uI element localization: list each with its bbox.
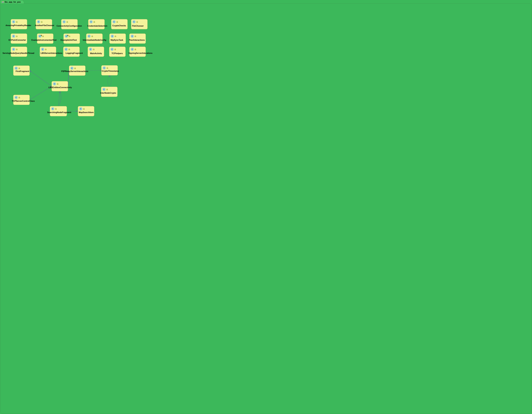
dependency-arrow xyxy=(68,71,69,86)
class-node-ExampleUnitTest[interactable]: CExampleUnitTest xyxy=(64,34,80,44)
class-node-LBSEntitiesConnectivity[interactable]: CLBSEntitiesConnectivity xyxy=(52,81,68,91)
class-label: CryptoChecks xyxy=(112,25,126,27)
class-label: CryptoTimestamp xyxy=(102,70,119,72)
svg-rect-16 xyxy=(93,49,94,50)
class-label: ConnectivityConfiguration xyxy=(57,25,82,27)
package-tab[interactable]: lbs_app_for_poc xyxy=(0,0,24,4)
class-label: TCPhelpers xyxy=(112,52,123,55)
class-icon: C xyxy=(131,48,134,51)
class-icon: C xyxy=(79,107,82,110)
class-node-PeerInteractions[interactable]: CPeerInteractions xyxy=(129,34,146,44)
class-label: InterNodeCrypto xyxy=(100,92,116,94)
class-node-IntermediateNodeConfig[interactable]: CIntermediateNodeConfig xyxy=(86,34,103,44)
dependency-arrow xyxy=(30,71,52,86)
svg-rect-4 xyxy=(94,22,95,23)
svg-rect-14 xyxy=(45,49,47,50)
class-node-P2PRelayServerInteractions[interactable]: CP2PRelayServerInteractions xyxy=(69,65,86,76)
class-node-ServingNodeQueryHandleThread[interactable]: CServingNodeQueryHandleThread xyxy=(11,47,27,57)
class-node-AmazingPrivateKeyReader[interactable]: CAmazingPrivateKeyReader xyxy=(11,19,27,29)
class-node-LBSServerInteractions[interactable]: CLBSServerInteractions xyxy=(40,47,56,57)
class-label: ExampleInstrumentedTest xyxy=(31,39,57,41)
unlock-icon xyxy=(91,35,93,37)
dependency-arrow xyxy=(68,71,69,86)
class-node-SearchingNodeFragment[interactable]: CSearchingNodeFragment xyxy=(50,106,67,116)
class-icon: C xyxy=(111,48,114,51)
class-icon: C xyxy=(70,67,73,70)
class-node-FirstFragment[interactable]: CFirstFragment xyxy=(13,65,30,76)
class-label: CredentialsSelection xyxy=(87,25,107,27)
unlock-icon xyxy=(114,48,116,50)
dependency-arrow xyxy=(107,75,110,87)
unlock-icon xyxy=(114,35,116,37)
unlock-icon xyxy=(68,48,70,50)
class-node-ECPointConverter[interactable]: CECPointConverter xyxy=(11,34,27,44)
class-icon: C xyxy=(38,35,41,38)
svg-rect-22 xyxy=(57,84,58,85)
unlock-icon xyxy=(74,67,76,69)
svg-rect-11 xyxy=(115,36,116,37)
class-icon: C xyxy=(103,88,105,91)
unlock-icon xyxy=(93,21,95,23)
class-label: LBSServerInteractions xyxy=(41,52,62,54)
unlock-icon xyxy=(45,48,47,50)
class-icon: C xyxy=(90,20,93,23)
svg-rect-6 xyxy=(137,22,138,23)
class-node-TCPhelpers[interactable]: CTCPhelpers xyxy=(109,47,125,57)
class-icon: C xyxy=(65,35,68,38)
unlock-icon xyxy=(83,108,85,110)
class-node-CredentialsSelection[interactable]: CCredentialsSelection xyxy=(88,19,104,29)
svg-rect-9 xyxy=(69,36,70,37)
svg-rect-25 xyxy=(55,109,57,110)
class-icon: C xyxy=(12,35,15,38)
class-node-ExampleInstrumentedTest[interactable]: CExampleInstrumentedTest xyxy=(37,34,53,44)
svg-rect-19 xyxy=(19,68,20,69)
unlock-icon xyxy=(116,21,118,23)
unlock-icon xyxy=(69,35,70,37)
class-label: LBSEntitiesConnectivity xyxy=(48,86,72,89)
class-node-AnotherFileChooser[interactable]: CAnotherFileChooser xyxy=(36,19,52,29)
class-node-CryptoTimestamp[interactable]: CCryptoTimestamp xyxy=(101,65,118,75)
unlock-icon xyxy=(66,21,68,23)
class-label: ServingNodeQueryHandleThread xyxy=(2,52,34,54)
class-node-MapSearchItem[interactable]: CMapSearchItem xyxy=(78,106,94,116)
class-label: SearchingNodeFragment xyxy=(47,111,71,114)
class-label: FirstFragment xyxy=(16,70,29,73)
class-icon: C xyxy=(15,67,18,70)
svg-rect-1 xyxy=(16,22,17,23)
class-node-InterNodeCrypto[interactable]: CInterNodeCrypto xyxy=(101,87,117,97)
class-label: TCPServerControlClass xyxy=(12,100,35,102)
class-icon: C xyxy=(12,48,15,51)
class-node-SigningServerInterations[interactable]: CSigningServerInterations xyxy=(129,47,146,57)
svg-rect-23 xyxy=(106,89,108,90)
svg-rect-7 xyxy=(16,36,17,37)
svg-rect-18 xyxy=(135,49,136,50)
svg-rect-13 xyxy=(16,49,17,50)
class-icon: C xyxy=(131,35,134,38)
class-node-CryptoChecks[interactable]: CCryptoChecks xyxy=(111,19,128,29)
unlock-icon xyxy=(134,35,136,37)
svg-rect-8 xyxy=(42,36,44,37)
unlock-icon xyxy=(106,67,108,69)
unlock-icon xyxy=(106,89,108,90)
unlock-icon xyxy=(16,21,18,23)
test-marker-icon xyxy=(67,35,68,36)
class-node-TCPServerControlClass[interactable]: CTCPServerControlClass xyxy=(13,95,30,105)
unlock-icon xyxy=(42,35,44,37)
dependency-arrow xyxy=(58,91,61,106)
class-node-ConnectivityConfiguration[interactable]: CConnectivityConfiguration xyxy=(61,19,78,29)
class-node-NtpSyncTask[interactable]: CNtpSyncTask xyxy=(109,34,126,44)
class-icon: C xyxy=(12,20,15,23)
class-label: MainActivity xyxy=(90,52,102,55)
class-icon: C xyxy=(133,20,135,23)
class-icon: C xyxy=(89,48,92,51)
svg-rect-21 xyxy=(107,68,108,69)
folder-icon xyxy=(2,1,4,3)
class-icon: C xyxy=(41,48,44,51)
class-icon: C xyxy=(113,20,116,23)
class-node-FileChooser[interactable]: CFileChooser xyxy=(131,19,148,29)
class-node-LoggingFragment[interactable]: CLoggingFragment xyxy=(63,47,80,57)
class-label: SigningServerInterations xyxy=(128,52,152,54)
class-icon: C xyxy=(51,107,54,110)
class-node-MainActivity[interactable]: CMainActivity xyxy=(88,47,104,57)
diagram-canvas: lbs_app_for_poc CAmazingPrivateKeyReader… xyxy=(0,0,156,122)
